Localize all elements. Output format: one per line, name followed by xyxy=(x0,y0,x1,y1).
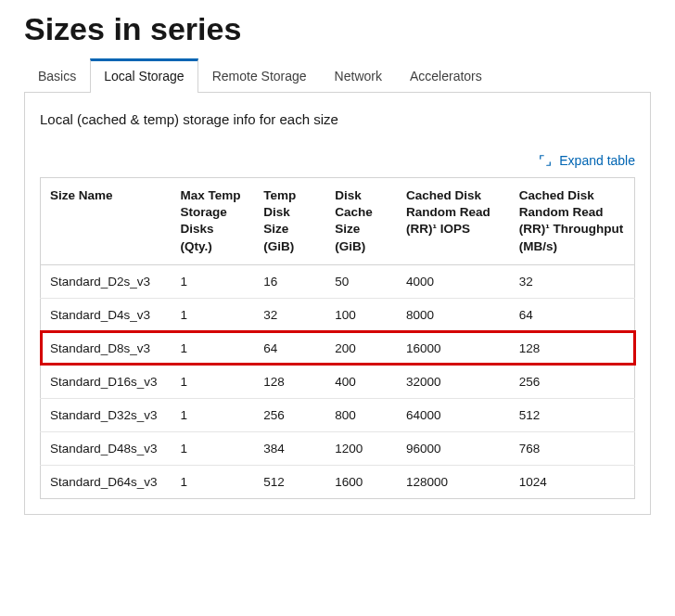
cell-cache: 1200 xyxy=(325,431,397,465)
column-header: Cached Disk Random Read (RR)¹ Throughput… xyxy=(510,178,635,265)
tab-basics[interactable]: Basics xyxy=(24,58,90,93)
column-header: Disk Cache Size (GiB) xyxy=(325,178,397,265)
tab-remote-storage[interactable]: Remote Storage xyxy=(198,58,321,93)
cell-iops: 16000 xyxy=(397,331,510,365)
table-row: Standard_D4s_v3132100800064 xyxy=(41,298,635,331)
expand-table-label: Expand table xyxy=(559,153,635,168)
cell-temp: 16 xyxy=(254,264,325,298)
cell-qty: 1 xyxy=(172,298,255,331)
cell-temp: 32 xyxy=(254,298,325,331)
table-row: Standard_D64s_v3151216001280001024 xyxy=(41,465,635,498)
column-header: Cached Disk Random Read (RR)¹ IOPS xyxy=(397,178,510,265)
cell-cache: 1600 xyxy=(325,465,397,498)
cell-tput: 256 xyxy=(510,365,635,398)
cell-cache: 200 xyxy=(325,331,397,365)
cell-temp: 384 xyxy=(254,431,325,465)
table-row: Standard_D32s_v3125680064000512 xyxy=(41,398,635,431)
cell-name: Standard_D8s_v3 xyxy=(41,331,172,365)
column-header: Size Name xyxy=(41,178,172,265)
cell-tput: 32 xyxy=(510,264,635,298)
cell-tput: 512 xyxy=(510,398,635,431)
cell-iops: 64000 xyxy=(397,398,510,431)
cell-cache: 800 xyxy=(325,398,397,431)
cell-iops: 96000 xyxy=(397,431,510,465)
column-header: Temp Disk Size (GiB) xyxy=(254,178,325,265)
table-row: Standard_D48s_v31384120096000768 xyxy=(41,431,635,465)
cell-qty: 1 xyxy=(172,331,255,365)
expand-table-button[interactable]: Expand table xyxy=(539,153,635,168)
cell-tput: 1024 xyxy=(510,465,635,498)
cell-name: Standard_D2s_v3 xyxy=(41,264,172,298)
cell-name: Standard_D4s_v3 xyxy=(41,298,172,331)
cell-iops: 32000 xyxy=(397,365,510,398)
cell-iops: 4000 xyxy=(397,264,510,298)
cell-tput: 128 xyxy=(510,331,635,365)
page-title: Sizes in series xyxy=(24,11,651,47)
cell-iops: 128000 xyxy=(397,465,510,498)
cell-temp: 64 xyxy=(254,331,325,365)
tabs-bar: BasicsLocal StorageRemote StorageNetwork… xyxy=(24,58,651,93)
cell-qty: 1 xyxy=(172,398,255,431)
cell-qty: 1 xyxy=(172,465,255,498)
cell-qty: 1 xyxy=(172,431,255,465)
table-row: Standard_D2s_v311650400032 xyxy=(41,264,635,298)
cell-temp: 256 xyxy=(254,398,325,431)
sizes-table: Size NameMax Temp Storage Disks (Qty.)Te… xyxy=(40,177,635,499)
table-row: Standard_D8s_v316420016000128 xyxy=(41,331,635,365)
tab-panel-local-storage: Local (cached & temp) storage info for e… xyxy=(24,93,651,515)
cell-name: Standard_D64s_v3 xyxy=(41,465,172,498)
cell-qty: 1 xyxy=(172,365,255,398)
cell-iops: 8000 xyxy=(397,298,510,331)
panel-description: Local (cached & temp) storage info for e… xyxy=(40,111,635,127)
column-header: Max Temp Storage Disks (Qty.) xyxy=(172,178,255,265)
cell-qty: 1 xyxy=(172,264,255,298)
cell-temp: 128 xyxy=(254,365,325,398)
cell-name: Standard_D32s_v3 xyxy=(41,398,172,431)
cell-temp: 512 xyxy=(254,465,325,498)
expand-icon xyxy=(539,154,552,167)
cell-cache: 100 xyxy=(325,298,397,331)
cell-tput: 64 xyxy=(510,298,635,331)
tab-accelerators[interactable]: Accelerators xyxy=(396,58,496,93)
cell-tput: 768 xyxy=(510,431,635,465)
tab-network[interactable]: Network xyxy=(321,58,396,93)
cell-cache: 400 xyxy=(325,365,397,398)
cell-name: Standard_D48s_v3 xyxy=(41,431,172,465)
tab-local-storage[interactable]: Local Storage xyxy=(90,58,197,93)
table-row: Standard_D16s_v3112840032000256 xyxy=(41,365,635,398)
cell-name: Standard_D16s_v3 xyxy=(41,365,172,398)
cell-cache: 50 xyxy=(325,264,397,298)
